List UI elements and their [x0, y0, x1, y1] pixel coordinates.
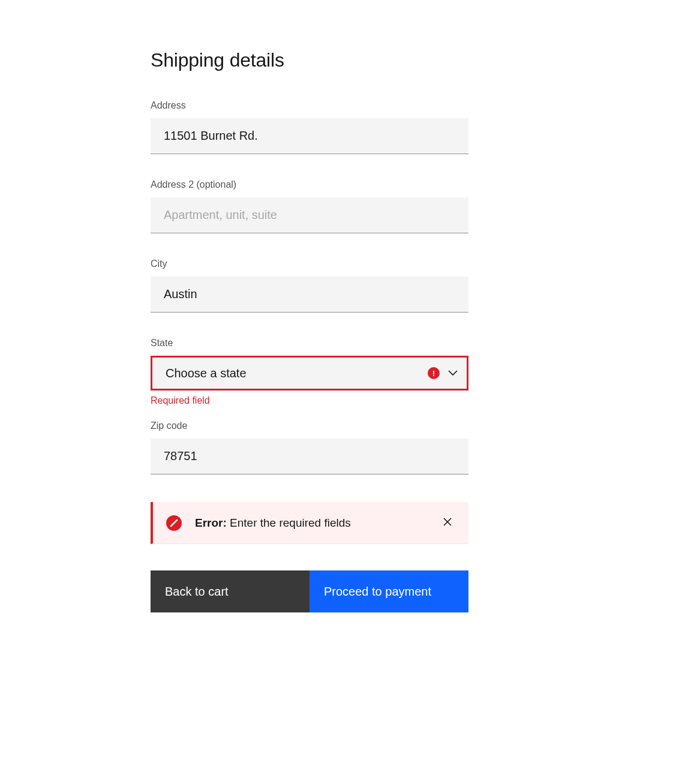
- state-dropdown[interactable]: Choose a state: [151, 356, 468, 391]
- state-dropdown-wrapper: Choose a state !: [151, 356, 468, 391]
- city-input[interactable]: [151, 277, 468, 313]
- city-label: City: [151, 259, 468, 269]
- state-label: State: [151, 338, 468, 349]
- state-selected-value: Choose a state: [166, 367, 247, 380]
- zip-field-group: Zip code: [151, 420, 468, 474]
- zip-label: Zip code: [151, 420, 468, 431]
- address-field-group: Address: [151, 100, 468, 154]
- proceed-to-payment-button[interactable]: Proceed to payment: [310, 570, 468, 612]
- address-label: Address: [151, 100, 468, 111]
- address2-input[interactable]: [151, 197, 468, 233]
- notification-text: Error: Enter the required fields: [195, 516, 438, 530]
- notification-title: Error:: [195, 516, 227, 529]
- zip-input[interactable]: [151, 438, 468, 474]
- address-input[interactable]: [151, 118, 468, 154]
- notification-close-button[interactable]: [438, 513, 456, 533]
- address2-label: Address 2 (optional): [151, 179, 468, 190]
- error-icon: [166, 515, 182, 531]
- city-field-group: City: [151, 259, 468, 313]
- error-notification: Error: Enter the required fields: [151, 502, 468, 544]
- close-icon: [442, 516, 453, 529]
- notification-message: Enter the required fields: [230, 516, 351, 529]
- shipping-form: Shipping details Address Address 2 (opti…: [151, 49, 468, 612]
- address2-field-group: Address 2 (optional): [151, 179, 468, 233]
- page-title: Shipping details: [151, 49, 468, 71]
- state-field-group: State Choose a state ! Required field: [151, 338, 468, 406]
- back-to-cart-button[interactable]: Back to cart: [151, 570, 310, 612]
- state-error-text: Required field: [151, 395, 468, 406]
- button-row: Back to cart Proceed to payment: [151, 570, 468, 612]
